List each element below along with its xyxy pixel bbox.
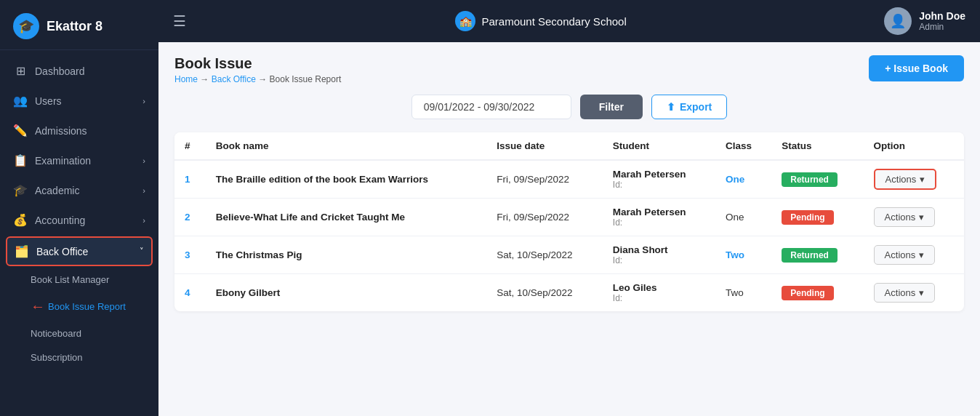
date-range-input[interactable] (411, 95, 571, 119)
actions-button[interactable]: Actions ▾ (874, 169, 937, 190)
sidebar: 🎓 Ekattor 8 ⊞ Dashboard 👥 Users › ✏️ Adm… (0, 0, 158, 416)
col-class: Class (715, 132, 771, 160)
accounting-icon: 💰 (13, 213, 28, 227)
student-name: Marah Petersen (613, 169, 705, 180)
cell-status: Returned (771, 160, 863, 199)
chevron-icon: › (142, 156, 145, 165)
student-name: Diana Short (613, 244, 705, 255)
sidebar-item-accounting[interactable]: 💰 Accounting › (0, 205, 158, 235)
status-badge: Returned (782, 172, 838, 187)
menu-toggle-button[interactable]: ☰ (173, 12, 186, 30)
col-option: Option (864, 132, 964, 160)
table-header-row: # Book name Issue date Student Class Sta… (174, 132, 964, 160)
table-row: 1 The Braille edition of the book Exam W… (174, 160, 964, 199)
sidebar-item-label: Dashboard (35, 65, 85, 77)
sidebar-item-back-office[interactable]: 🗂️ Back Office ˅ (6, 236, 153, 266)
chevron-icon: › (142, 186, 145, 195)
main-content: Book Issue Home → Back Office → Book Iss… (158, 42, 980, 416)
filter-row: Filter ⬆ Export (174, 95, 964, 119)
actions-button[interactable]: Actions ▾ (874, 207, 936, 227)
cell-num: 3 (174, 236, 206, 274)
sidebar-item-label: Academic (35, 185, 79, 196)
sidebar-item-academic[interactable]: 🎓 Academic › (0, 175, 158, 205)
col-status: Status (771, 132, 863, 160)
sidebar-subitem-book-issue-report[interactable]: ← Book Issue Report (0, 292, 158, 321)
back-office-icon: 🗂️ (15, 244, 29, 258)
student-id: Id: (613, 293, 705, 303)
chevron-down-icon: ▾ (919, 212, 924, 223)
cell-book-name: Believe-What Life and Cricket Taught Me (206, 199, 486, 236)
cell-issue-date: Sat, 10/Sep/2022 (486, 236, 603, 274)
cell-option: Actions ▾ (864, 199, 964, 236)
page-title-block: Book Issue Home → Back Office → Book Iss… (174, 55, 341, 84)
sidebar-subitem-subscription[interactable]: Subscription (0, 345, 158, 369)
sidebar-subitem-book-list-manager[interactable]: Book List Manager (0, 268, 158, 292)
cell-student: Marah Petersen Id: (603, 160, 715, 199)
breadcrumb-separator-2: → (258, 74, 269, 84)
user-name: John Doe (919, 10, 965, 22)
cell-issue-date: Fri, 09/Sep/2022 (486, 160, 603, 199)
sidebar-item-admissions[interactable]: ✏️ Admissions (0, 116, 158, 145)
cell-option: Actions ▾ (864, 236, 964, 274)
dashboard-icon: ⊞ (13, 64, 28, 78)
breadcrumb-current: Book Issue Report (270, 74, 342, 84)
chevron-down-icon: ˅ (140, 247, 144, 256)
chevron-down-icon: ▾ (919, 287, 924, 298)
student-name: Marah Petersen (613, 207, 705, 217)
sub-item-label: Noticeboard (31, 328, 81, 339)
student-id: Id: (613, 255, 705, 265)
student-id: Id: (613, 217, 705, 228)
cell-num: 4 (174, 274, 206, 312)
table-row: 2 Believe-What Life and Cricket Taught M… (174, 199, 964, 236)
sidebar-item-label: Back Office (36, 246, 88, 257)
export-button[interactable]: ⬆ Export (651, 95, 727, 119)
breadcrumb: Home → Back Office → Book Issue Report (174, 74, 341, 84)
chevron-down-icon: ▾ (920, 174, 925, 185)
cell-book-name: The Christmas Pig (206, 236, 486, 274)
breadcrumb-back-office[interactable]: Back Office (212, 74, 256, 84)
cell-student: Marah Petersen Id: (603, 199, 715, 236)
sidebar-item-examination[interactable]: 📋 Examination › (0, 145, 158, 175)
user-info: John Doe Admin (919, 10, 965, 32)
student-id: Id: (613, 180, 705, 190)
status-badge: Pending (782, 210, 833, 225)
cell-book-name: The Braille edition of the book Exam War… (206, 160, 486, 199)
topbar: ☰ 🏫 Paramount Secondary School 👤 John Do… (158, 0, 980, 42)
avatar: 👤 (884, 7, 912, 35)
cell-status: Returned (771, 236, 863, 274)
sidebar-item-users[interactable]: 👥 Users › (0, 86, 158, 116)
sidebar-item-label: Admissions (35, 125, 87, 137)
chevron-icon: › (142, 97, 145, 105)
col-issue-date: Issue date (486, 132, 603, 160)
actions-button[interactable]: Actions ▾ (874, 245, 936, 265)
filter-button[interactable]: Filter (580, 95, 643, 119)
data-table: # Book name Issue date Student Class Sta… (174, 132, 964, 311)
sidebar-item-label: Examination (35, 155, 91, 167)
issue-book-button[interactable]: + Issue Book (869, 55, 964, 81)
admissions-icon: ✏️ (13, 124, 28, 137)
sidebar-nav: ⊞ Dashboard 👥 Users › ✏️ Admissions 📋 Ex… (0, 50, 158, 416)
actions-button[interactable]: Actions ▾ (874, 283, 936, 303)
cell-class: One (715, 199, 771, 236)
cell-issue-date: Fri, 09/Sep/2022 (486, 199, 603, 236)
student-name: Leo Giles (613, 282, 705, 293)
cell-status: Pending (771, 199, 863, 236)
arrow-icon: ← (31, 298, 45, 315)
logo-text: Ekattor 8 (47, 19, 103, 34)
sidebar-logo: 🎓 Ekattor 8 (0, 0, 158, 50)
breadcrumb-home[interactable]: Home (174, 74, 198, 84)
col-book-name: Book name (206, 132, 486, 160)
cell-option: Actions ▾ (864, 274, 964, 312)
sidebar-subitem-noticeboard[interactable]: Noticeboard (0, 321, 158, 345)
school-name-text: Paramount Secondary School (481, 15, 626, 28)
export-label: Export (680, 101, 712, 113)
logo-icon: 🎓 (13, 13, 39, 39)
sidebar-item-dashboard[interactable]: ⊞ Dashboard (0, 56, 158, 86)
page-header: Book Issue Home → Back Office → Book Iss… (174, 55, 964, 84)
cell-class: Two (715, 274, 771, 312)
user-profile[interactable]: 👤 John Doe Admin (884, 7, 965, 35)
status-badge: Returned (782, 248, 838, 263)
breadcrumb-separator-1: → (200, 74, 211, 84)
cell-status: Pending (771, 274, 863, 312)
sub-item-label: Book Issue Report (48, 301, 126, 312)
